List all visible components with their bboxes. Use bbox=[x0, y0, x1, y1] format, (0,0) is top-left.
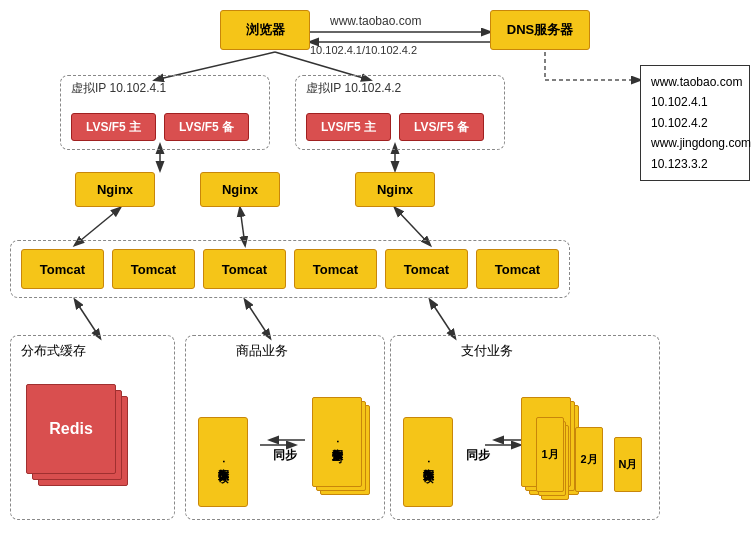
svg-line-13 bbox=[430, 300, 455, 338]
lvs-f5-backup-1: LVS/F5 备 bbox=[164, 113, 249, 141]
domain-label: www.taobao.com bbox=[330, 14, 421, 28]
tomcat-2: Tomcat bbox=[112, 249, 195, 289]
vip2-group: 虚拟IP 10.102.4.2 LVS/F5 主 LVS/F5 备 bbox=[295, 75, 505, 150]
tomcat-group: Tomcat Tomcat Tomcat Tomcat Tomcat Tomca… bbox=[10, 240, 570, 298]
tomcat-5: Tomcat bbox=[385, 249, 468, 289]
nginx-1: Nginx bbox=[75, 172, 155, 207]
vip1-label: 虚拟IP 10.102.4.1 bbox=[71, 80, 166, 97]
vip1-group: 虚拟IP 10.102.4.1 LVS/F5 主 LVS/F5 备 bbox=[60, 75, 270, 150]
goods-label: 商品业务 bbox=[236, 342, 288, 360]
month-1-box: 1月 bbox=[536, 417, 564, 492]
ip-label: 10.102.4.1/10.102.4.2 bbox=[310, 44, 417, 56]
sync-label-1: 同步 bbox=[273, 447, 297, 464]
lvs-f5-master-1: LVS/F5 主 bbox=[71, 113, 156, 141]
nginx-3: Nginx bbox=[355, 172, 435, 207]
tomcat-4: Tomcat bbox=[294, 249, 377, 289]
svg-line-11 bbox=[75, 300, 100, 338]
db-write-1: 数据库·写 bbox=[312, 397, 362, 487]
redis-box: Redis bbox=[26, 384, 116, 474]
cache-group: 分布式缓存 Redis bbox=[10, 335, 175, 520]
cache-label: 分布式缓存 bbox=[21, 342, 86, 360]
month-n-box: N月 bbox=[614, 437, 642, 492]
sync-label-2: 同步 bbox=[466, 447, 490, 464]
payment-group: 支付业务 数据库·读 同步 数据库·写 bbox=[390, 335, 660, 520]
month-2-box: 2月 bbox=[575, 427, 603, 492]
diagram: 浏览器 DNS服务器 www.taobao.com 10.102.4.1/10.… bbox=[0, 0, 752, 535]
tomcat-3: Tomcat bbox=[203, 249, 286, 289]
svg-line-12 bbox=[245, 300, 270, 338]
lvs-f5-backup-2: LVS/F5 备 bbox=[399, 113, 484, 141]
payment-label: 支付业务 bbox=[461, 342, 513, 360]
goods-group: 商品业务 数据库·写 同步 数据库·读 bbox=[185, 335, 385, 520]
tomcat-6: Tomcat bbox=[476, 249, 559, 289]
lvs-f5-master-2: LVS/F5 主 bbox=[306, 113, 391, 141]
db-read-1: 数据库·读 bbox=[198, 417, 248, 507]
dns-info-box: www.taobao.com 10.102.4.1 10.102.4.2 www… bbox=[640, 65, 750, 181]
browser-box: 浏览器 bbox=[220, 10, 310, 50]
vip2-label: 虚拟IP 10.102.4.2 bbox=[306, 80, 401, 97]
dns-server-box: DNS服务器 bbox=[490, 10, 590, 50]
db-read-2: 数据库·读 bbox=[403, 417, 453, 507]
nginx-2: Nginx bbox=[200, 172, 280, 207]
tomcat-1: Tomcat bbox=[21, 249, 104, 289]
